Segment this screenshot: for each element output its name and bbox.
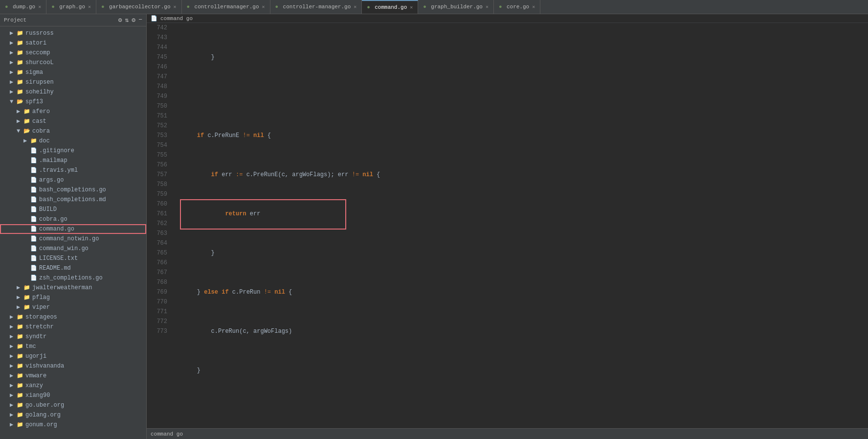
file-icon: 📄 xyxy=(30,205,37,214)
sidebar-item-command-win-go[interactable]: 📄 command_win.go xyxy=(0,244,146,254)
sidebar-header-icons: ⚙ ⇅ ⚙ − xyxy=(118,16,142,24)
code-lines-container: 742 743 744 745 746 747 748 749 750 751 … xyxy=(147,23,868,428)
sidebar-item-storageos[interactable]: ▶ 📁 storageos xyxy=(0,312,146,322)
sidebar-item-xiang90[interactable]: ▶ 📁 xiang90 xyxy=(0,391,146,400)
sidebar-item-sigma[interactable]: ▶ 📁 sigma xyxy=(0,68,146,77)
code-scroll[interactable]: 742 743 744 745 746 747 748 749 750 751 … xyxy=(147,23,868,428)
collapse-arrow: ▶ xyxy=(10,88,17,96)
item-label: .gitignore xyxy=(39,146,74,155)
tab-dump-go[interactable]: ● dump.go ✕ xyxy=(0,0,46,14)
item-label: vmware xyxy=(25,371,46,380)
sidebar-item-cobra[interactable]: ▼ 📂 cobra xyxy=(0,126,146,136)
item-label: cobra xyxy=(32,127,50,136)
tab-close-icon[interactable]: ✕ xyxy=(38,4,41,10)
sidebar-item-readme-md[interactable]: 📄 README.md xyxy=(0,263,146,273)
tab-graph-builder-go[interactable]: ● graph_builder.go ✕ xyxy=(418,0,494,14)
sidebar-item-doc[interactable]: ▶ 📁 doc xyxy=(0,136,146,146)
collapse-arrow: ▶ xyxy=(10,381,17,390)
sidebar-item-command-notwin-go[interactable]: 📄 command_notwin.go xyxy=(0,234,146,244)
sort-icon[interactable]: ⇅ xyxy=(125,16,129,24)
folder-icon: 📁 xyxy=(23,117,30,126)
sidebar-item-zsh-completions-go[interactable]: 📄 zsh_completions.go xyxy=(0,273,146,283)
item-label: jwalterweatherman xyxy=(32,283,92,292)
sidebar-item-spf13[interactable]: ▼ 📂 spf13 xyxy=(0,97,146,107)
sidebar-item-satori[interactable]: ▶ 📁 satori xyxy=(0,38,146,48)
sidebar-item-tmc[interactable]: ▶ 📁 tmc xyxy=(0,342,146,351)
sidebar-item-jwalterweatherman[interactable]: ▶ 📁 jwalterweatherman xyxy=(0,283,146,293)
tab-close-icon[interactable]: ✕ xyxy=(174,4,177,10)
minus-icon[interactable]: − xyxy=(138,16,142,24)
spacer xyxy=(23,195,30,204)
folder-icon: 📁 xyxy=(23,283,30,292)
tab-controller-manager-go[interactable]: ● controller-manager.go ✕ xyxy=(270,0,362,14)
sidebar-item-travis-yml[interactable]: 📄 .travis.yml xyxy=(0,165,146,175)
item-label: cobra.go xyxy=(39,215,67,224)
sidebar-item-afero[interactable]: ▶ 📁 afero xyxy=(0,107,146,116)
sidebar-item-seccomp[interactable]: ▶ 📁 seccomp xyxy=(0,48,146,58)
item-label: storageos xyxy=(25,313,57,322)
tab-close-icon[interactable]: ✕ xyxy=(354,4,356,10)
spacer xyxy=(23,176,30,185)
file-icon: 📄 xyxy=(30,254,37,263)
code-area: 📄 command go 742 743 744 745 746 747 748… xyxy=(147,14,868,439)
sidebar-item-viper[interactable]: ▶ 📁 viper xyxy=(0,302,146,312)
sidebar-item-bash-completions-go[interactable]: 📄 bash_completions.go xyxy=(0,185,146,195)
sidebar-item-go-uber-org[interactable]: ▶ 📁 go.uber.org xyxy=(0,400,146,410)
collapse-arrow: ▼ xyxy=(10,97,17,106)
sidebar-item-mailmap[interactable]: 📄 .mailmap xyxy=(0,156,146,165)
tab-command-go[interactable]: ● command.go ✕ xyxy=(362,0,418,14)
folder-icon: 📁 xyxy=(17,401,23,410)
go-file-icon: ● xyxy=(5,4,11,10)
collapse-arrow: ▶ xyxy=(17,107,23,116)
line-numbers: 742 743 744 745 746 747 748 749 750 751 … xyxy=(147,23,171,428)
tab-garbagecollector-go[interactable]: ● garbagecollector.go ✕ xyxy=(96,0,181,14)
sidebar-item-args-go[interactable]: 📄 args.go xyxy=(0,175,146,185)
gear-icon[interactable]: ⚙ xyxy=(132,16,135,24)
sidebar-item-gonum-org[interactable]: ▶ 📁 gonum.org xyxy=(0,420,146,430)
sidebar-item-syndtr[interactable]: ▶ 📁 syndtr xyxy=(0,332,146,342)
sidebar-item-russross[interactable]: ▶ 📁 russross xyxy=(0,28,146,38)
tab-label: dump.go xyxy=(13,4,35,10)
sidebar-item-sirupsen[interactable]: ▶ 📁 sirupsen xyxy=(0,77,146,87)
tab-close-icon[interactable]: ✕ xyxy=(532,4,535,10)
sidebar-item-ugorji[interactable]: ▶ 📁 ugorji xyxy=(0,351,146,361)
sidebar-item-cobra-go[interactable]: 📄 cobra.go xyxy=(0,214,146,224)
sidebar-item-bash-completions-md[interactable]: 📄 bash_completions.md xyxy=(0,195,146,205)
folder-icon: 📁 xyxy=(17,48,23,57)
breadcrumb-file-icon: 📄 xyxy=(151,15,157,22)
sidebar-item-command-go[interactable]: 📄 command.go xyxy=(0,224,146,234)
sidebar-item-license-txt[interactable]: 📄 LICENSE.txt xyxy=(0,254,146,263)
sidebar-item-pflag[interactable]: ▶ 📁 pflag xyxy=(0,293,146,302)
code-line-746: return err xyxy=(179,209,868,219)
tab-label: graph.go xyxy=(59,4,85,10)
sidebar-item-golang-org[interactable]: ▶ 📁 golang.org xyxy=(0,410,146,420)
sidebar-item-stretchr[interactable]: ▶ 📁 stretchr xyxy=(0,322,146,332)
sidebar-item-vmware[interactable]: ▶ 📁 vmware xyxy=(0,371,146,381)
tab-close-icon[interactable]: ✕ xyxy=(486,4,489,10)
sidebar-header: Project ⚙ ⇅ ⚙ − xyxy=(0,14,146,26)
file-icon: 📄 xyxy=(30,215,37,224)
item-label: seccomp xyxy=(25,48,50,57)
tab-close-icon[interactable]: ✕ xyxy=(262,4,265,10)
tab-graph-go[interactable]: ● graph.go ✕ xyxy=(46,0,96,14)
sidebar-item-build[interactable]: 📄 BUILD xyxy=(0,205,146,214)
item-label: bash_completions.go xyxy=(39,185,106,194)
code-line-747: } xyxy=(179,248,868,258)
tab-controllermanager-go[interactable]: ● controllermanager.go ✕ xyxy=(182,0,270,14)
item-label: command_notwin.go xyxy=(39,234,99,243)
sidebar-item-vishvananda[interactable]: ▶ 📁 vishvananda xyxy=(0,361,146,371)
sidebar-item-shurcool[interactable]: ▶ 📁 shurcooL xyxy=(0,58,146,68)
code-gutter xyxy=(171,23,179,428)
code-content[interactable]: } if c.PreRunE != nil { if err := c.PreR… xyxy=(179,23,868,428)
collapse-arrow: ▶ xyxy=(17,293,23,302)
go-file-icon: ● xyxy=(499,4,505,10)
sidebar-item-cast[interactable]: ▶ 📁 cast xyxy=(0,116,146,126)
settings-icon[interactable]: ⚙ xyxy=(118,16,122,24)
tab-close-icon[interactable]: ✕ xyxy=(410,4,413,10)
tab-close-icon[interactable]: ✕ xyxy=(88,4,91,10)
sidebar-item-xanzy[interactable]: ▶ 📁 xanzy xyxy=(0,381,146,391)
tab-core-go[interactable]: ● core.go ✕ xyxy=(494,0,540,14)
sidebar-item-soheilhy[interactable]: ▶ 📁 soheilhy xyxy=(0,87,146,97)
sidebar-item-gitignore[interactable]: 📄 .gitignore xyxy=(0,146,146,156)
file-icon: 📄 xyxy=(30,166,37,175)
